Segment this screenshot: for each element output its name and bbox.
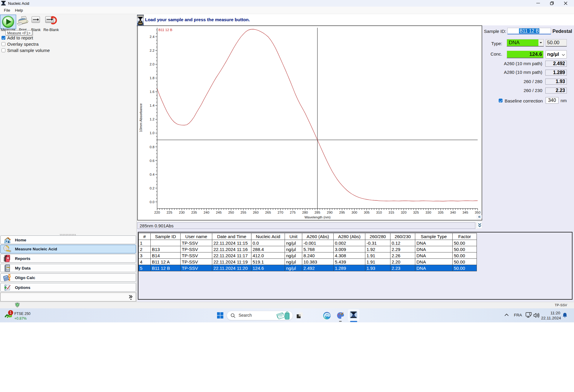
svg-text:310: 310 (376, 211, 382, 214)
svg-text:340: 340 (450, 211, 456, 214)
svg-text:0.2: 0.2 (150, 186, 155, 190)
svg-text:2.2: 2.2 (150, 49, 155, 52)
svg-text:255: 255 (241, 211, 246, 214)
svg-text:Wavelength (nm): Wavelength (nm) (304, 215, 330, 219)
svg-text:320: 320 (401, 211, 407, 214)
svg-text:225: 225 (167, 211, 172, 214)
svg-text:245: 245 (216, 211, 222, 214)
svg-text:300: 300 (352, 211, 357, 214)
svg-text:1.8: 1.8 (150, 76, 155, 80)
svg-text:230: 230 (179, 211, 185, 214)
svg-text:0.8: 0.8 (150, 145, 155, 149)
svg-text:280: 280 (302, 211, 308, 214)
svg-text:325: 325 (413, 211, 419, 214)
svg-text:0.4: 0.4 (150, 173, 155, 176)
svg-text:1.2: 1.2 (150, 117, 155, 121)
svg-text:250: 250 (228, 211, 234, 214)
svg-text:260: 260 (253, 211, 259, 214)
svg-text:330: 330 (425, 211, 431, 214)
svg-text:350: 350 (475, 211, 480, 214)
svg-text:1.4: 1.4 (150, 104, 155, 107)
svg-text:1.0: 1.0 (150, 131, 155, 135)
svg-text:B11 12 B: B11 12 B (158, 28, 172, 32)
svg-text:220: 220 (154, 211, 160, 214)
svg-text:335: 335 (438, 211, 443, 214)
svg-text:270: 270 (277, 211, 283, 214)
svg-text:0.6: 0.6 (150, 159, 155, 163)
svg-text:2.0: 2.0 (150, 62, 155, 66)
svg-text:345: 345 (462, 211, 468, 214)
svg-text:290: 290 (327, 211, 332, 214)
svg-text:315: 315 (389, 211, 394, 214)
svg-text:240: 240 (204, 211, 209, 214)
svg-text:0.0: 0.0 (150, 200, 155, 204)
svg-text:235: 235 (191, 211, 197, 214)
svg-text:1.6: 1.6 (150, 90, 155, 94)
svg-text:275: 275 (290, 211, 296, 214)
svg-text:285: 285 (315, 211, 320, 214)
svg-text:295: 295 (339, 211, 345, 214)
svg-text:10mm Absorbance: 10mm Absorbance (139, 103, 143, 132)
svg-text:305: 305 (364, 211, 370, 214)
svg-text:265: 265 (265, 211, 271, 214)
svg-text:2.4: 2.4 (150, 35, 155, 39)
